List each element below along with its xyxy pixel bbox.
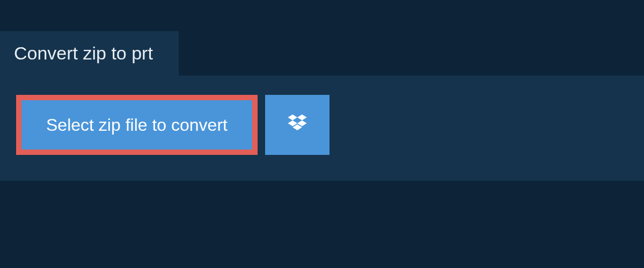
select-file-label: Select zip file to convert	[46, 116, 228, 133]
tab-title: Convert zip to prt	[14, 43, 153, 63]
dropbox-button[interactable]	[265, 95, 330, 155]
upload-panel: Select zip file to convert	[0, 76, 644, 181]
dropbox-icon	[286, 112, 309, 138]
tab-convert[interactable]: Convert zip to prt	[0, 31, 179, 76]
select-file-button[interactable]: Select zip file to convert	[16, 95, 258, 155]
